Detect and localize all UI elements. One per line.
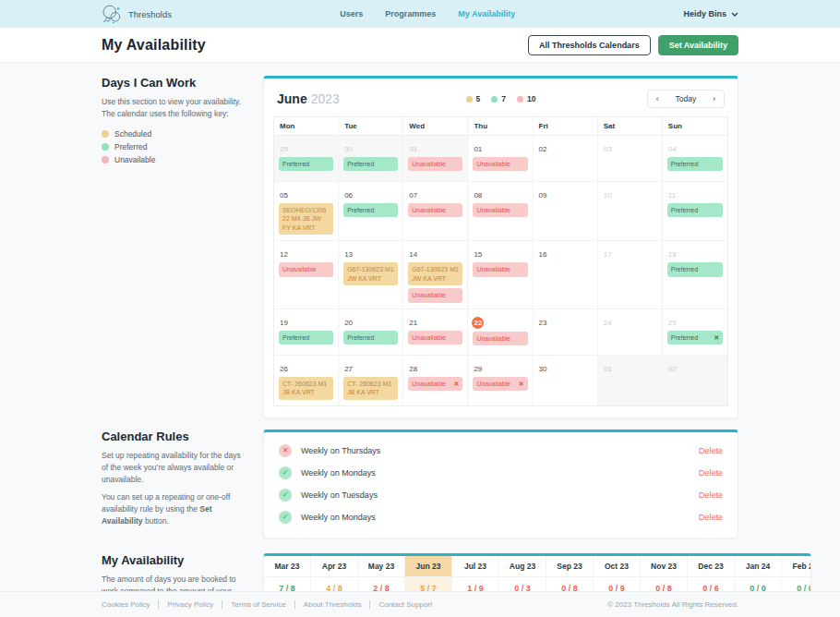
calendar-day-cell[interactable]: 18Preferred	[663, 241, 727, 308]
month-value[interactable]: 2 / 8	[358, 576, 405, 592]
event-pill-preferred[interactable]: Preferred	[343, 203, 398, 217]
calendar-day-cell[interactable]: 20Preferred	[339, 309, 403, 356]
calendar-day-cell[interactable]: 14G67-130623 M1 JW KA VRTUnavailable	[403, 241, 468, 308]
rule-delete-link[interactable]: Delete	[699, 468, 723, 478]
user-menu[interactable]: Heidy Bins	[683, 9, 738, 18]
event-pill-unavailable[interactable]: Unavailable	[408, 288, 462, 302]
calendar-day-cell[interactable]: 17	[598, 241, 663, 308]
nav-link-my-availability[interactable]: My Availability	[458, 9, 515, 18]
month-value[interactable]: 1 / 9	[452, 576, 499, 592]
nav-link-programmes[interactable]: Programmes	[385, 9, 436, 18]
rule-available-icon: ✓	[279, 511, 292, 524]
today-button[interactable]: Today	[666, 91, 704, 107]
event-pill-preferred[interactable]: Preferred	[279, 331, 333, 345]
nav-link-users[interactable]: Users	[340, 9, 363, 18]
calendar-day-cell[interactable]: 31Unavailable	[403, 136, 468, 182]
footer-link-contact-support[interactable]: Contact Support	[370, 600, 440, 609]
calendar-day-cell[interactable]: 01	[598, 356, 663, 405]
event-pill-preferred[interactable]: Preferred	[343, 157, 398, 171]
month-value[interactable]: 0 / 3	[499, 576, 546, 592]
event-pill-scheduled[interactable]: CT- 260623 M1 JB KA VRT	[279, 377, 333, 400]
next-month-button[interactable]: ›	[704, 91, 724, 107]
calendar-day-cell[interactable]: 29Preferred	[274, 136, 339, 182]
event-pill-preferred[interactable]: Preferred	[667, 157, 723, 171]
calendar-day-cell[interactable]: 10	[598, 182, 663, 241]
month-value[interactable]: 7 / 8	[264, 576, 311, 592]
event-pill-unavailable[interactable]: Unavailable	[473, 203, 527, 217]
month-value[interactable]: 0 / 0	[782, 576, 811, 592]
calendar-day-cell[interactable]: 05SEOHEO/130622 M4 JB JW FY KA VRT	[274, 182, 339, 241]
event-label: Unavailable	[476, 160, 510, 168]
event-pill-preferred[interactable]: Preferred✕	[667, 331, 723, 345]
calendar-day-cell[interactable]: 01Unavailable	[468, 136, 533, 182]
calendar-day-cell[interactable]: 07Unavailable	[403, 182, 468, 241]
calendar-day-cell[interactable]: 06Preferred	[339, 182, 403, 241]
legend-item-unavailable: Unavailable	[102, 155, 249, 164]
calendar-day-cell[interactable]: 03	[598, 136, 663, 182]
event-pill-preferred[interactable]: Preferred	[279, 157, 333, 171]
event-pill-unavailable[interactable]: Unavailable✕	[473, 377, 527, 391]
remove-event-icon[interactable]: ✕	[714, 333, 719, 342]
event-pill-unavailable[interactable]: Unavailable	[279, 262, 333, 276]
calendar-day-cell[interactable]: 13G67-130623 M1 JW KA VRT	[339, 241, 403, 308]
event-pill-scheduled[interactable]: CT- 260623 M1 JB KA VRT	[343, 377, 398, 400]
month-value[interactable]: 5 / 7	[405, 576, 452, 592]
event-pill-preferred[interactable]: Preferred	[343, 331, 398, 345]
calendar-day-cell[interactable]: 30Preferred	[339, 136, 403, 182]
footer-link-privacy-policy[interactable]: Privacy Policy	[159, 600, 222, 609]
footer-link-cookies-policy[interactable]: Cookies Policy	[102, 600, 159, 609]
set-availability-button[interactable]: Set Availability	[658, 35, 738, 55]
remove-event-icon[interactable]: ✕	[519, 380, 524, 388]
calendar-day-cell[interactable]: 08Unavailable	[468, 182, 533, 241]
calendar-day-cell[interactable]: 21Unavailable	[403, 309, 468, 356]
event-pill-scheduled[interactable]: G67-130623 M1 JW KA VRT	[408, 262, 462, 285]
event-pill-preferred[interactable]: Preferred	[667, 262, 723, 276]
calendar-day-cell[interactable]: 02	[663, 356, 727, 405]
event-pill-preferred[interactable]: Preferred	[667, 203, 723, 217]
calendar-key-legend: ScheduledPreferredUnavailable	[102, 129, 249, 164]
calendar-count-2: 10	[517, 94, 535, 103]
calendar-day-cell[interactable]: 09	[534, 182, 598, 241]
event-pill-scheduled[interactable]: G67-130623 M1 JW KA VRT	[343, 262, 398, 285]
footer-link-terms-of-service[interactable]: Terms of Service	[222, 600, 295, 609]
event-pill-unavailable[interactable]: Unavailable	[408, 203, 462, 217]
month-value[interactable]: 0 / 8	[546, 576, 594, 592]
event-pill-scheduled[interactable]: SEOHEO/130622 M4 JB JW FY KA VRT	[279, 203, 333, 235]
footer-link-about-thresholds[interactable]: About Thresholds	[295, 600, 371, 609]
calendar-day-cell[interactable]: 28Unavailable✕	[403, 356, 468, 405]
all-thresholds-calendars-button[interactable]: All Thresholds Calendars	[528, 35, 651, 55]
rule-delete-link[interactable]: Delete	[699, 513, 723, 522]
calendar-day-cell[interactable]: 23	[534, 309, 598, 356]
remove-event-icon[interactable]: ✕	[454, 380, 460, 388]
rule-delete-link[interactable]: Delete	[699, 446, 723, 455]
legend-item-scheduled: Scheduled	[102, 129, 249, 139]
calendar-day-cell[interactable]: 02	[534, 136, 598, 182]
event-pill-unavailable[interactable]: Unavailable	[473, 262, 527, 276]
calendar-day-cell[interactable]: 25Preferred✕	[663, 309, 727, 356]
month-value[interactable]: 4 / 8	[311, 576, 358, 592]
calendar-day-cell[interactable]: 19Preferred	[274, 309, 339, 356]
rule-delete-link[interactable]: Delete	[699, 490, 723, 500]
calendar-day-cell[interactable]: 15Unavailable	[468, 241, 533, 308]
event-pill-unavailable[interactable]: Unavailable	[473, 332, 527, 345]
previous-month-button[interactable]: ‹	[648, 91, 667, 107]
calendar-day-cell[interactable]: 11Preferred	[663, 182, 727, 241]
event-pill-unavailable[interactable]: Unavailable✕	[408, 377, 462, 391]
event-pill-unavailable[interactable]: Unavailable	[408, 331, 462, 345]
calendar-day-cell[interactable]: 22Unavailable	[468, 309, 533, 356]
month-value[interactable]: 0 / 0	[735, 576, 782, 592]
calendar-day-cell[interactable]: 29Unavailable✕	[468, 356, 533, 405]
event-pill-unavailable[interactable]: Unavailable	[408, 157, 462, 171]
calendar-day-cell[interactable]: 12Unavailable	[274, 241, 339, 308]
calendar-day-cell[interactable]: 30	[534, 356, 598, 405]
month-value[interactable]: 0 / 8	[641, 576, 688, 592]
calendar-day-cell[interactable]: 16	[534, 241, 598, 308]
calendar-day-cell[interactable]: 04Preferred	[663, 136, 727, 182]
calendar-day-cell[interactable]: 24	[598, 309, 663, 356]
month-value[interactable]: 0 / 6	[688, 576, 735, 592]
day-number: 01	[604, 365, 612, 373]
event-pill-unavailable[interactable]: Unavailable	[473, 157, 527, 171]
calendar-day-cell[interactable]: 26CT- 260623 M1 JB KA VRT	[274, 356, 339, 405]
calendar-day-cell[interactable]: 27CT- 260623 M1 JB KA VRT	[339, 356, 403, 405]
month-value[interactable]: 0 / 9	[594, 576, 641, 592]
